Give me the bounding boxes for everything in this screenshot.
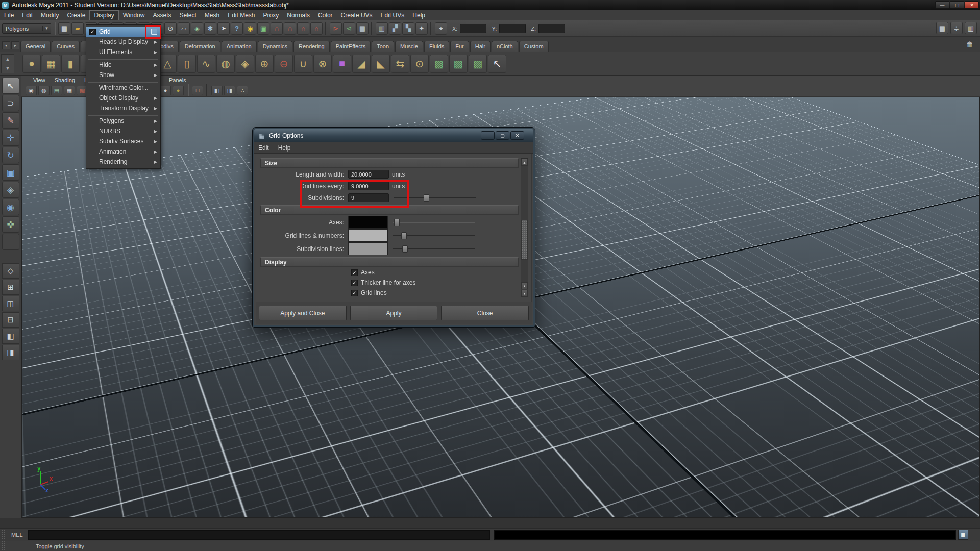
- menu-bar-item[interactable]: Create: [63, 11, 89, 20]
- rotate-tool[interactable]: ↻: [2, 147, 19, 163]
- subdivisions-input[interactable]: 9: [348, 193, 389, 202]
- open-scene-icon[interactable]: ▰: [71, 22, 84, 35]
- checker-toggle-2-icon[interactable]: ▩: [449, 55, 468, 73]
- scroll-up2-icon[interactable]: ▲: [521, 282, 528, 289]
- menu-bar-item[interactable]: Window: [119, 11, 149, 20]
- share-view-icon[interactable]: ∴: [237, 86, 248, 95]
- bookmarks-icon[interactable]: ▦: [64, 86, 75, 95]
- z-coord-input[interactable]: [538, 24, 565, 33]
- construction-history-icon[interactable]: ▤: [356, 22, 369, 35]
- persp-graph-layout-button[interactable]: ◨: [2, 345, 19, 360]
- subdivision-lines-color-slider[interactable]: [393, 245, 475, 253]
- scroll-up-icon[interactable]: ▲: [521, 159, 528, 166]
- separator[interactable]: [371, 22, 373, 35]
- mel-label[interactable]: MEL: [6, 532, 28, 538]
- menu-bar-item[interactable]: Edit UVs: [377, 11, 409, 20]
- soft-modification-tool[interactable]: ◉: [2, 199, 19, 215]
- shelf-tab[interactable]: Custom: [519, 41, 549, 52]
- single-pane-layout-button[interactable]: ◇: [2, 263, 19, 279]
- lock-selection-icon[interactable]: ◉: [244, 22, 256, 35]
- grid-lines-every-input[interactable]: 9.0000: [348, 182, 389, 190]
- select-camera-icon[interactable]: ◉: [26, 86, 37, 95]
- panel-menu-item[interactable]: Panels: [164, 77, 191, 83]
- separator[interactable]: [187, 84, 189, 96]
- selection-mode-dropdown[interactable]: Polygons ▼: [2, 23, 51, 34]
- display-menu-item[interactable]: Animation ▶: [86, 146, 160, 157]
- display-menu-item[interactable]: Object Display ▶: [86, 93, 160, 103]
- shelf-tab[interactable]: nCloth: [492, 41, 518, 52]
- y-coord-input[interactable]: [499, 24, 526, 33]
- dialog-title-bar[interactable]: ▦ Grid Options — ▢ ✕: [254, 129, 533, 142]
- display-menu-item[interactable]: Rendering ▶: [86, 157, 160, 167]
- xray-icon[interactable]: ◧: [211, 86, 223, 95]
- bevel-icon[interactable]: ◣: [372, 55, 390, 73]
- grid-lines-color-swatch[interactable]: [348, 229, 388, 242]
- select-cursor-icon[interactable]: ➤: [217, 22, 230, 35]
- input-connections-icon[interactable]: ⊳: [330, 22, 342, 35]
- separator[interactable]: [206, 84, 208, 96]
- menu-bar-item[interactable]: Color: [314, 11, 337, 20]
- x-coord-input[interactable]: [460, 24, 486, 33]
- display-section-header[interactable]: Display: [260, 257, 519, 267]
- snap-magnet-curve-icon[interactable]: ∩: [271, 22, 283, 35]
- scale-tool[interactable]: ▣: [2, 164, 19, 181]
- menu-bar-item[interactable]: Assets: [149, 11, 175, 20]
- dialog-minimize-button[interactable]: —: [481, 131, 495, 140]
- checkbox-checked-icon[interactable]: ✓: [351, 280, 358, 286]
- script-editor-button[interactable]: ≣: [958, 530, 968, 540]
- menu-bar-item[interactable]: Display: [89, 10, 118, 20]
- platonic-solid-icon[interactable]: ◈: [236, 55, 254, 73]
- ipr-render-icon[interactable]: ▞: [389, 22, 401, 35]
- light-default-icon[interactable]: ●: [160, 86, 171, 95]
- mirror-geometry-icon[interactable]: ⇆: [391, 55, 409, 73]
- drag-handle[interactable]: [1, 530, 6, 540]
- display-menu-item[interactable]: Wireframe Color... ▶: [86, 83, 160, 93]
- quick-select-icon[interactable]: ⌖: [435, 22, 447, 35]
- render-region-icon[interactable]: ▚: [402, 22, 414, 35]
- display-checkbox-row[interactable]: ✓ Axes: [351, 268, 519, 277]
- menu-bar-item[interactable]: Help: [408, 11, 429, 20]
- shelf-tab[interactable]: Toon: [372, 41, 394, 52]
- display-menu-item[interactable]: ▶: [86, 57, 160, 60]
- display-menu-item[interactable]: Show ▶: [86, 70, 160, 80]
- show-manipulator-tool[interactable]: ✜: [2, 216, 19, 233]
- display-menu-item[interactable]: Heads Up Display ▶: [86, 37, 160, 47]
- dialog-close-button[interactable]: ✕: [510, 131, 524, 140]
- grid-lines-color-slider[interactable]: [393, 232, 475, 239]
- dialog-edit-menu[interactable]: Edit: [258, 144, 269, 152]
- dialog-scrollbar[interactable]: ▲ ▲ ▼: [521, 158, 528, 297]
- size-section-header[interactable]: Size: [260, 158, 519, 168]
- tool-settings-toggle-icon[interactable]: ≑: [950, 22, 963, 34]
- scrollbar-thumb[interactable]: [521, 220, 528, 260]
- menu-bar-item[interactable]: Edit Mesh: [224, 11, 259, 20]
- camera-attributes-icon[interactable]: ▤: [51, 86, 62, 95]
- isolate-select-icon[interactable]: □: [192, 86, 203, 95]
- display-checkbox-row[interactable]: ✓ Thicker line for axes: [351, 278, 519, 287]
- menu-bar-item[interactable]: Create UVs: [337, 11, 377, 20]
- four-pane-layout-button[interactable]: ⊞: [2, 280, 19, 295]
- menu-bar-item[interactable]: Normals: [283, 11, 314, 20]
- reduce-mesh-icon[interactable]: ⊖: [275, 55, 293, 73]
- separate-icon[interactable]: ⊗: [313, 55, 332, 73]
- menu-bar-item[interactable]: Select: [175, 11, 200, 20]
- move-tool[interactable]: ✛: [2, 130, 19, 146]
- lasso-select-tool[interactable]: ⊃: [2, 95, 19, 111]
- shelf-tab[interactable]: Dynamics: [258, 41, 292, 52]
- render-settings-icon[interactable]: ✦: [415, 22, 428, 35]
- shelf-tab[interactable]: Hair: [470, 41, 491, 52]
- render-current-frame-icon[interactable]: ▥: [376, 22, 388, 35]
- separator[interactable]: [430, 22, 432, 35]
- poly-helix-icon[interactable]: ∿: [197, 55, 215, 73]
- display-menu-item[interactable]: Polygons ▶: [86, 116, 160, 126]
- mel-command-input[interactable]: [28, 530, 490, 540]
- menu-bar-item[interactable]: Mesh: [201, 11, 224, 20]
- grid-option-box-icon[interactable]: [151, 29, 157, 35]
- apply-and-close-button[interactable]: Apply and Close: [259, 306, 347, 320]
- hypershade-persp-layout-button[interactable]: ◧: [2, 329, 19, 344]
- command-result-field[interactable]: [494, 530, 956, 540]
- checker-toggle-3-icon[interactable]: ▩: [469, 55, 487, 73]
- apply-button[interactable]: Apply: [350, 306, 438, 320]
- poly-soccer-ball-icon[interactable]: ◍: [216, 55, 235, 73]
- sculpt-cursor-icon[interactable]: ↖: [488, 55, 506, 73]
- drag-handle[interactable]: [1, 541, 6, 551]
